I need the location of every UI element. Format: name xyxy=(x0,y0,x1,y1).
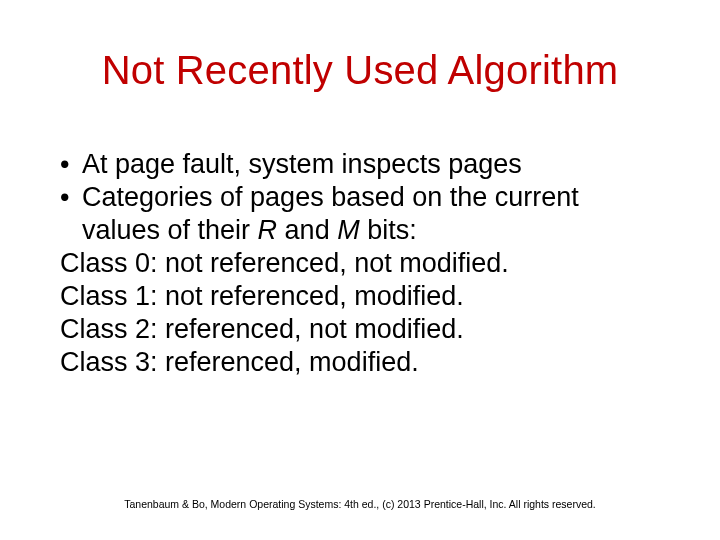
bullet-item: • Categories of pages based on the curre… xyxy=(60,181,660,214)
text-fragment: bits: xyxy=(360,215,417,245)
bullet-text: Categories of pages based on the current xyxy=(82,181,660,214)
bullet-text: At page fault, system inspects pages xyxy=(82,148,660,181)
class-line: Class 3: referenced, modified. xyxy=(60,346,660,379)
italic-m: M xyxy=(337,215,360,245)
bullet-continuation: values of their R and M bits: xyxy=(60,214,660,247)
class-line: Class 0: not referenced, not modified. xyxy=(60,247,660,280)
bullet-item: • At page fault, system inspects pages xyxy=(60,148,660,181)
slide: Not Recently Used Algorithm • At page fa… xyxy=(0,0,720,540)
slide-body: • At page fault, system inspects pages •… xyxy=(60,148,660,379)
slide-title: Not Recently Used Algorithm xyxy=(0,48,720,93)
italic-r: R xyxy=(258,215,278,245)
text-fragment: and xyxy=(277,215,337,245)
class-line: Class 1: not referenced, modified. xyxy=(60,280,660,313)
text-fragment: values of their xyxy=(82,215,258,245)
footer-citation: Tanenbaum & Bo, Modern Operating Systems… xyxy=(0,498,720,510)
bullet-dot-icon: • xyxy=(60,181,82,214)
bullet-dot-icon: • xyxy=(60,148,82,181)
class-line: Class 2: referenced, not modified. xyxy=(60,313,660,346)
